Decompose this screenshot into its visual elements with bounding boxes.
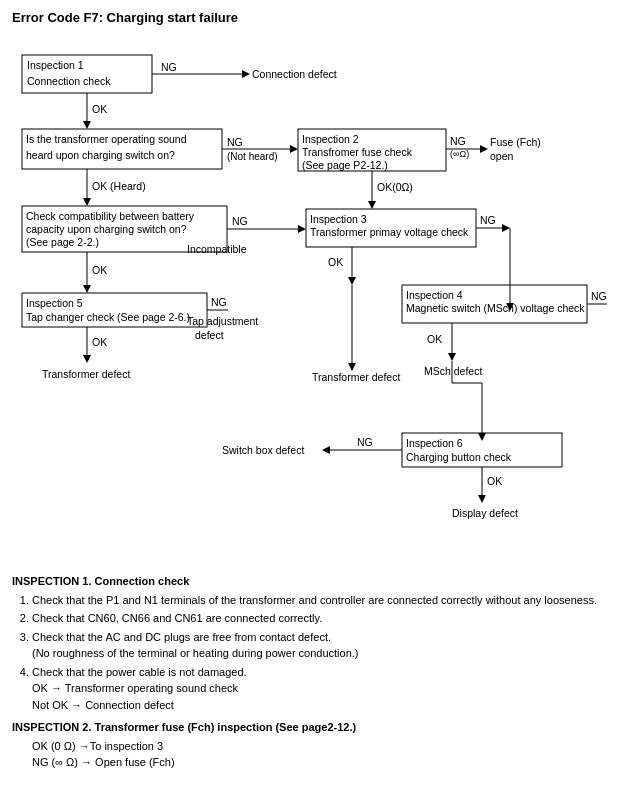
svg-marker-47	[502, 224, 510, 232]
svg-marker-59	[83, 355, 91, 363]
svg-marker-38	[298, 225, 306, 233]
svg-text:(Not heard): (Not heard)	[227, 151, 278, 162]
svg-text:(See page 2-2.): (See page 2-2.)	[26, 236, 99, 248]
list-item: Check that the AC and DC plugs are free …	[32, 629, 632, 662]
list-item: Check that the P1 and N1 terminals of th…	[32, 592, 632, 609]
svg-text:capacity upon charging switch : capacity upon charging switch on?	[26, 223, 187, 235]
svg-text:Tap changer check (See page 2-: Tap changer check (See page 2-6.)	[26, 311, 190, 323]
svg-text:Transfromer fuse check: Transfromer fuse check	[302, 146, 413, 158]
svg-marker-14	[290, 145, 298, 153]
svg-text:Check compatibility between ba: Check compatibility between battery	[26, 210, 195, 222]
svg-marker-88	[478, 495, 486, 503]
svg-text:OK: OK	[92, 264, 107, 276]
inspection1-title: INSPECTION 1. Connection check	[12, 573, 632, 590]
svg-marker-80	[322, 446, 330, 454]
svg-text:NG: NG	[357, 436, 373, 448]
svg-text:NG: NG	[480, 214, 496, 226]
inspection2-note1: OK (0 Ω) →To inspection 3	[32, 738, 632, 755]
svg-text:Incompatible: Incompatible	[187, 243, 247, 255]
svg-text:(∞Ω): (∞Ω)	[450, 149, 469, 159]
svg-text:NG: NG	[591, 290, 607, 302]
svg-text:OK: OK	[487, 475, 502, 487]
svg-text:OK: OK	[427, 333, 442, 345]
svg-marker-22	[480, 145, 488, 153]
svg-text:NG: NG	[450, 135, 466, 147]
svg-text:Inspection 5: Inspection 5	[26, 297, 83, 309]
svg-text:Inspection 2: Inspection 2	[302, 133, 359, 145]
svg-text:NG: NG	[161, 61, 177, 73]
page-title: Error Code F7: Charging start failure	[12, 10, 632, 25]
svg-text:open: open	[490, 150, 514, 162]
svg-text:Magnetic switch (MSch) voltage: Magnetic switch (MSch) voltage check	[406, 302, 585, 314]
svg-text:Is the transformer operating s: Is the transformer operating sound	[26, 133, 187, 145]
svg-marker-71	[448, 353, 456, 361]
svg-text:Transformer primay voltage che: Transformer primay voltage check	[310, 226, 469, 238]
svg-text:OK: OK	[92, 103, 107, 115]
list-item: Check that CN60, CN66 and CN61 are conne…	[32, 610, 632, 627]
inspection1-list: Check that the P1 and N1 terminals of th…	[32, 592, 632, 714]
svg-text:OK: OK	[328, 256, 343, 268]
svg-text:Switch box defect: Switch box defect	[222, 444, 304, 456]
svg-text:OK(0Ω): OK(0Ω)	[377, 181, 413, 193]
svg-marker-28	[368, 201, 376, 209]
svg-text:NG: NG	[211, 296, 227, 308]
svg-text:Tap adjustment: Tap adjustment	[187, 315, 258, 327]
svg-marker-8	[83, 121, 91, 129]
svg-marker-68	[348, 363, 356, 371]
svg-text:(See page P2-12.): (See page P2-12.)	[302, 159, 388, 171]
svg-text:Inspection 3: Inspection 3	[310, 213, 367, 225]
svg-text:NG: NG	[227, 136, 243, 148]
inspection-text-section: INSPECTION 1. Connection check Check tha…	[12, 573, 632, 771]
svg-text:Charging button check: Charging button check	[406, 451, 512, 463]
svg-text:Fuse (Fch): Fuse (Fch)	[490, 136, 541, 148]
list-item: Check that the power cable is not damage…	[32, 664, 632, 714]
svg-text:OK (Heard): OK (Heard)	[92, 180, 146, 192]
inspection2-note2: NG (∞ Ω) → Open fuse (Fch)	[32, 754, 632, 771]
svg-text:defect: defect	[195, 329, 224, 341]
svg-text:Display defect: Display defect	[452, 507, 518, 519]
svg-text:Connection defect: Connection defect	[252, 68, 337, 80]
svg-text:Inspection 1: Inspection 1	[27, 59, 84, 71]
svg-text:MSch defect: MSch defect	[424, 365, 482, 377]
svg-marker-51	[83, 285, 91, 293]
svg-marker-4	[242, 70, 250, 78]
svg-text:Transformer defect: Transformer defect	[42, 368, 130, 380]
svg-text:heard upon charging switch on?: heard upon charging switch on?	[26, 149, 175, 161]
svg-text:Inspection 4: Inspection 4	[406, 289, 463, 301]
svg-text:OK: OK	[92, 336, 107, 348]
svg-text:Inspection 6: Inspection 6	[406, 437, 463, 449]
svg-text:Transformer defect: Transformer defect	[312, 371, 400, 383]
svg-marker-31	[83, 198, 91, 206]
svg-text:Connection check: Connection check	[27, 75, 111, 87]
svg-marker-44	[348, 277, 356, 285]
svg-text:NG: NG	[232, 215, 248, 227]
inspection2-title: INSPECTION 2. Transformer fuse (Fch) ins…	[12, 719, 632, 736]
